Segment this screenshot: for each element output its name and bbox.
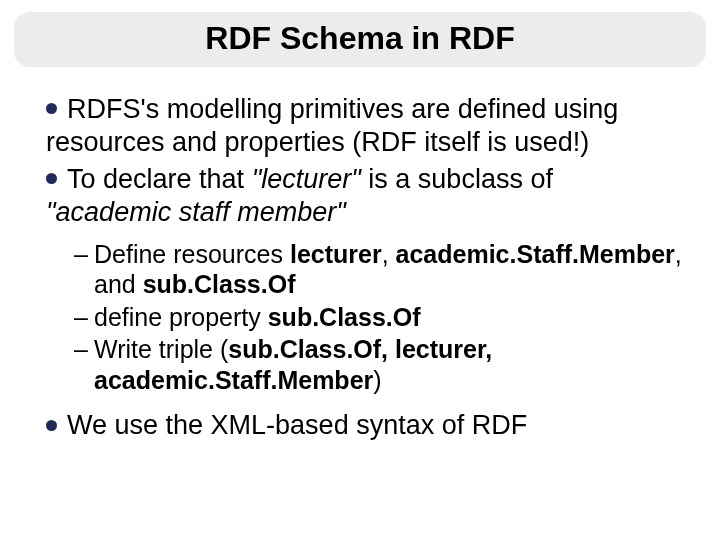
list-item: Write triple (sub.Class.Of, lecturer, ac… bbox=[74, 334, 686, 395]
text: We use the XML-based syntax of RDF bbox=[67, 410, 527, 440]
italic-text: "academic staff member" bbox=[46, 197, 346, 227]
text: is a subclass of bbox=[361, 164, 553, 194]
bold-text: academic.Staff.Member bbox=[396, 240, 675, 268]
list-item: define property sub.Class.Of bbox=[74, 302, 686, 333]
text: To declare that bbox=[67, 164, 252, 194]
slide-content: RDFS's modelling primitives are defined … bbox=[0, 67, 720, 442]
sub-bullet-list: Define resources lecturer, academic.Staf… bbox=[74, 239, 686, 396]
text: ) bbox=[373, 366, 381, 394]
bold-text: lecturer bbox=[290, 240, 382, 268]
list-item: We use the XML-based syntax of RDF bbox=[46, 409, 686, 442]
bold-text: sub.Class.Of bbox=[143, 270, 296, 298]
text: Define resources bbox=[94, 240, 290, 268]
text: resources and properties (RDF itself is … bbox=[46, 127, 589, 157]
text: Write triple ( bbox=[94, 335, 228, 363]
italic-text: "lecturer" bbox=[252, 164, 361, 194]
list-item: Define resources lecturer, academic.Staf… bbox=[74, 239, 686, 300]
slide-title: RDF Schema in RDF bbox=[14, 20, 706, 57]
bullet-list: RDFS's modelling primitives are defined … bbox=[46, 93, 686, 442]
text: define property bbox=[94, 303, 268, 331]
text: RDFS's modelling primitives are defined … bbox=[67, 94, 618, 124]
text: , bbox=[382, 240, 396, 268]
list-item: To declare that "lecturer" is a subclass… bbox=[46, 163, 686, 395]
title-bar: RDF Schema in RDF bbox=[14, 12, 706, 67]
list-item: RDFS's modelling primitives are defined … bbox=[46, 93, 686, 159]
bold-text: sub.Class.Of bbox=[268, 303, 421, 331]
